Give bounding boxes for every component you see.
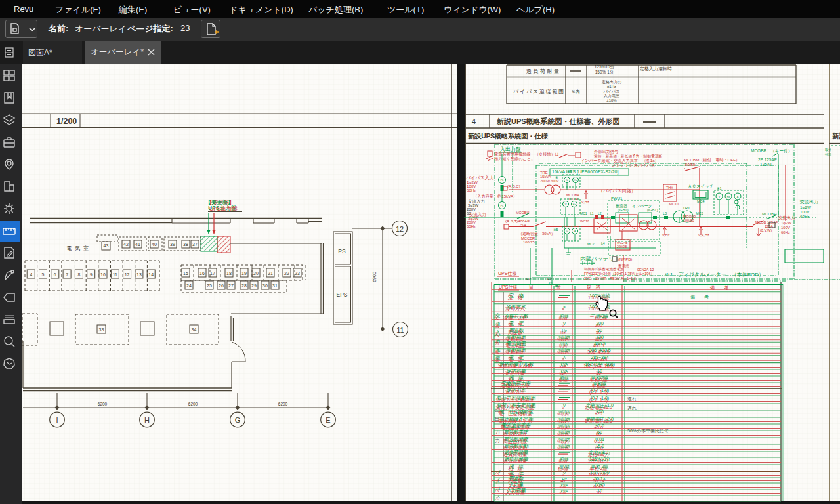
svg-text:100V: 100V — [800, 209, 810, 214]
svg-text:150% 1分: 150% 1分 — [595, 70, 614, 74]
svg-text:交流出力: 交流出力 — [778, 215, 795, 220]
svg-text:25℃ 30分間 PE3/V,A→1=1.6: 25℃ 30分間 PE3/V,A→1=1.6 — [584, 276, 636, 281]
svg-text:V,A,Hz: V,A,Hz — [698, 233, 709, 237]
svg-text:Hz: Hz — [573, 203, 576, 206]
svg-text:相 線: 相 線 — [509, 463, 524, 469]
svg-text:定格負荷力率: 定格負荷力率 — [501, 381, 532, 387]
svg-text:TR1: TR1 — [682, 206, 690, 210]
svg-text:6200: 6200 — [188, 402, 198, 406]
svg-text:10: 10 — [100, 272, 106, 277]
svg-text:流: 流 — [496, 322, 501, 327]
svg-text:外部: 外部 — [825, 152, 831, 157]
svg-text:34: 34 — [192, 327, 197, 332]
svg-text:39: 39 — [170, 242, 175, 247]
svg-text:L3: L3 — [663, 211, 667, 215]
svg-text:288~384: 288~384 — [591, 355, 609, 360]
svg-text:±20: ±20 — [596, 335, 604, 339]
svg-text:(A,B,C): (A,B,C) — [507, 184, 520, 188]
svg-text:17: 17 — [210, 271, 215, 276]
svg-text:Hz: Hz — [574, 179, 578, 182]
svg-text:43: 43 — [104, 243, 109, 248]
svg-text:過負荷耐量: 過負荷耐量 — [505, 450, 530, 455]
svg-text:4: 4 — [472, 117, 476, 125]
svg-text:交流出力: 交流出力 — [799, 200, 818, 205]
svg-text:単: 単 — [555, 283, 559, 287]
svg-text:MC3: MC3 — [696, 211, 704, 215]
svg-text:=: = — [563, 305, 566, 309]
svg-text:(0.V.W): (0.V.W) — [760, 228, 772, 232]
svg-text:力: 力 — [496, 339, 501, 343]
svg-text:V: V — [565, 203, 567, 206]
svg-text:相/線: 相/線 — [560, 314, 569, 319]
svg-text:PL: PL — [501, 204, 505, 207]
svg-text:I: I — [56, 416, 58, 424]
svg-text:6900: 6900 — [372, 272, 377, 282]
svg-text:MCT1: MCT1 — [669, 202, 679, 206]
svg-text:電 圧定格精度: 電 圧定格精度 — [499, 409, 534, 415]
svg-text:(0.7~1.0): (0.7~1.0) — [591, 396, 609, 401]
svg-text:400.5: 400.5 — [594, 341, 606, 346]
svg-text:相/線: 相/線 — [560, 457, 569, 462]
svg-text:100 100V: 100 100V — [590, 471, 610, 475]
svg-text:50/50: 50/50 — [685, 162, 696, 167]
svg-text:周波数: 周波数 — [509, 327, 524, 333]
svg-text:30: 30 — [262, 284, 268, 288]
svg-text:取外: 取外 — [825, 148, 831, 152]
svg-text:10: 10 — [597, 488, 602, 493]
svg-text:変動範囲: 変動範囲 — [507, 334, 526, 340]
svg-text:新設UPS概略系統図・仕様: 新設UPS概略系統図・仕様 — [467, 132, 549, 140]
svg-text:G: G — [235, 416, 241, 424]
svg-text:MC2: MC2 — [587, 242, 595, 246]
svg-text:FPX12170×24個（10HR,1.75V/セル×196: FPX12170×24個（10HR,1.75V/セル×196） — [584, 272, 654, 276]
svg-text:27: 27 — [228, 284, 234, 288]
svg-text:15: 15 — [183, 271, 188, 276]
svg-text:(R.S,T)400AF: (R.S,T)400AF — [505, 219, 530, 223]
svg-text:50 1×: 50 1× — [594, 476, 606, 481]
svg-text:20: 20 — [253, 271, 259, 276]
svg-text:125%10分: 125%10分 — [595, 64, 615, 69]
svg-text:±20: ±20 — [596, 410, 604, 414]
svg-text:周波数変動: 周波数変動 — [505, 443, 529, 449]
svg-text:13: 13 — [136, 272, 142, 277]
svg-text:Ec: Ec — [526, 277, 531, 281]
svg-text:H: H — [144, 416, 150, 424]
svg-text:7: 7 — [66, 272, 68, 277]
svg-text:12: 12 — [396, 225, 404, 233]
svg-text:制御弁式鉄蓄電池蓄電池: 制御弁式鉄蓄電池蓄電池 — [584, 267, 624, 272]
svg-text:以内: 以内 — [560, 342, 568, 346]
svg-text:(0.7~1.0): (0.7~1.0) — [591, 388, 609, 393]
svg-text:定格電圧±2.0: 定格電圧±2.0 — [586, 417, 614, 422]
svg-text:25: 25 — [207, 284, 212, 288]
svg-text:60: 60 — [597, 430, 602, 434]
svg-text:電流波形歪率: 電流波形歪率 — [502, 423, 532, 429]
svg-text:UPS仕様: UPS仕様 — [498, 271, 516, 276]
svg-text:60Hz: 60Hz — [800, 214, 809, 219]
svg-text:外部出力信号: 外部出力信号 — [594, 149, 618, 154]
svg-text:負荷力率変動範囲: 負荷力率変動範囲 — [497, 395, 536, 401]
svg-text:ＡＣスイッチ: ＡＣスイッチ — [688, 184, 714, 188]
svg-text:kVA: kVA — [561, 362, 568, 366]
svg-text:内蔵バッテリ: 内蔵バッテリ — [580, 255, 614, 262]
svg-text:162 (144~186): 162 (144~186) — [585, 362, 615, 367]
svg-text:冷却方式: 冷却方式 — [507, 304, 526, 310]
svg-text:過負荷耐量: 過負荷耐量 — [505, 456, 530, 462]
svg-text:200V/200V: 200V/200V — [540, 179, 559, 183]
svg-text:60Hz: 60Hz — [467, 224, 476, 228]
svg-text:Hz: Hz — [562, 329, 566, 333]
svg-text:WC10: WC10 — [580, 219, 589, 223]
svg-text:周波数: 周波数 — [509, 476, 524, 482]
svg-text:Hz: Hz — [562, 477, 566, 481]
svg-text:〈入力容量 約15kVA〉: 〈入力容量 約15kVA〉 — [473, 194, 517, 199]
svg-text:V: V — [566, 178, 568, 182]
svg-text:Hz: Hz — [727, 196, 730, 198]
svg-text:24: 24 — [186, 284, 192, 288]
svg-text:THY: THY — [666, 186, 673, 190]
svg-text:相/線: 相/線 — [560, 376, 569, 381]
svg-text:1φ2W: 1φ2W — [781, 221, 792, 225]
svg-text:交: 交 — [495, 313, 501, 318]
svg-text:%以内: %以内 — [558, 424, 570, 428]
svg-text:100/60: 100/60 — [683, 219, 694, 222]
svg-text:2P 125AF: 2P 125AF — [758, 158, 777, 162]
svg-text:26: 26 — [219, 284, 224, 288]
svg-text:15kVA: 15kVA — [540, 175, 551, 178]
